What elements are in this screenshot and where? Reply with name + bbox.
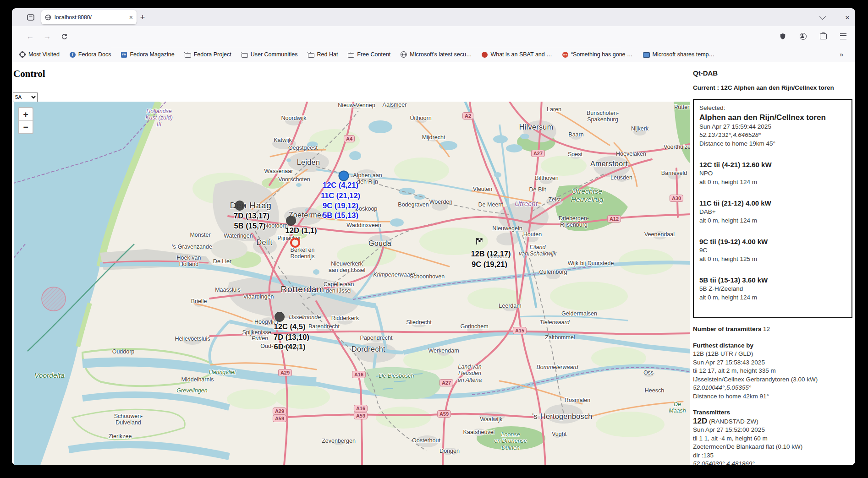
map-place-label: Ridderkerk bbox=[331, 315, 359, 321]
map-place-label: Putten bbox=[674, 104, 690, 110]
map-place-label: Krimpenerwaard bbox=[373, 272, 415, 278]
bookmark-item[interactable]: Microsoft's latest secu… bbox=[401, 51, 472, 58]
forward-button[interactable]: → bbox=[41, 31, 53, 43]
window-close-icon[interactable]: × bbox=[845, 14, 850, 22]
map-place-label: Voordelta bbox=[34, 371, 65, 380]
map-place-label: Mijdrecht bbox=[422, 134, 445, 141]
firefox-view-icon[interactable] bbox=[26, 12, 36, 22]
menu-icon[interactable] bbox=[838, 31, 849, 42]
map-place-label: Driebergen- Rijsenburg bbox=[559, 215, 589, 228]
transmitter-marker[interactable] bbox=[286, 216, 296, 226]
bookmark-item[interactable]: Fedora Docs bbox=[70, 51, 111, 58]
map-place-label: Zaltbommel bbox=[545, 334, 575, 341]
road-shield: A59 bbox=[273, 415, 286, 422]
map-place-label: De Lier bbox=[213, 258, 231, 265]
info-line: 12B (12B UTR / GLD) bbox=[693, 350, 853, 358]
map-place-label: Rotterdam bbox=[280, 284, 324, 294]
map-place-label: Nijkerk bbox=[631, 125, 648, 132]
road-shield: A15 bbox=[513, 327, 527, 334]
tab-title: localhost:8080/ bbox=[55, 14, 126, 21]
map-place-label: Uithoorn bbox=[410, 115, 431, 121]
map[interactable]: + − Hollandse Kust (zuid) IIINoordwijkNi… bbox=[14, 102, 690, 465]
new-tab-button[interactable]: + bbox=[137, 11, 148, 23]
service-title: 11C tii (21-12) 4.00 kW bbox=[699, 199, 846, 208]
furthest-distance-section: Furthest distance by 12B (12B UTR / GLD)… bbox=[693, 342, 853, 401]
list-tabs-chevron-icon[interactable] bbox=[819, 13, 826, 20]
zoom-in-button[interactable]: + bbox=[19, 108, 33, 121]
browser-window: localhost:8080/ × + × ← → localhost:8080 bbox=[12, 8, 855, 465]
map-place-label: Utrecht bbox=[515, 200, 538, 208]
tab-close-icon[interactable]: × bbox=[129, 14, 133, 21]
map-place-label: Wassenaar bbox=[264, 168, 293, 174]
map-place-label: Haringvliet bbox=[209, 369, 236, 375]
transmitter-marker[interactable] bbox=[235, 201, 245, 211]
map-place-label: Baarn bbox=[568, 131, 583, 138]
map-place-label: Nieuw-Vennep bbox=[338, 102, 375, 109]
toolbar-shield-icon[interactable] bbox=[777, 31, 788, 42]
reload-button[interactable] bbox=[58, 31, 70, 43]
bookmark-item[interactable]: Most Visited bbox=[19, 51, 60, 58]
transmitter-coordinates: 52.054039°,4.481869° bbox=[693, 460, 853, 465]
tab-strip: localhost:8080/ × + × bbox=[12, 8, 855, 26]
browser-tab[interactable]: localhost:8080/ × bbox=[41, 10, 137, 24]
map-place-label: Voorschoten bbox=[278, 176, 310, 183]
bookmark-item[interactable]: User Communities bbox=[242, 51, 298, 58]
map-place-label: Bommelerwaard bbox=[536, 364, 578, 370]
transmitter-id-line: 12D (RANDSTAD-ZW) bbox=[693, 417, 853, 426]
bookmark-icon bbox=[185, 53, 191, 58]
transmitters-heading: Transmitters bbox=[693, 408, 853, 417]
map-place-label: Culemborg bbox=[539, 269, 567, 275]
map-place-label: Nootdorp bbox=[264, 223, 287, 229]
bookmark-item[interactable]: Fedora Project bbox=[185, 51, 231, 58]
map-place-label: Kaatsheuvel bbox=[463, 429, 495, 435]
map-place-label: De Meern bbox=[478, 201, 504, 208]
road-shield: A2 bbox=[462, 112, 473, 120]
furthest-coordinates: 52.010044°,5.05355° bbox=[693, 384, 853, 392]
map-place-label: Loonse en Drunense Duinen bbox=[494, 431, 527, 451]
bookmark-icon bbox=[482, 52, 488, 58]
map-place-label: Zevenbergen bbox=[322, 438, 356, 444]
service-title: 12C tii (4-21) 12.60 kW bbox=[699, 160, 846, 169]
tii-label: 9C (19,12) bbox=[323, 201, 358, 210]
road-shield: A30 bbox=[670, 195, 683, 202]
service-entry: 5B tii (15-13) 3.60 kW 5B Z-H/Zeeland al… bbox=[699, 276, 846, 302]
zoom-out-button[interactable]: − bbox=[19, 121, 33, 133]
service-entry: 11C tii (21-12) 4.00 kW DAB+ alt 0 m, he… bbox=[699, 199, 846, 225]
transmitter-marker[interactable] bbox=[339, 171, 349, 181]
tii-label: 12C (4,21) bbox=[323, 181, 358, 190]
extensions-icon[interactable] bbox=[818, 31, 829, 42]
road-shield: A29 bbox=[273, 407, 286, 415]
service-entry: 12C tii (4-21) 12.60 kW NPO alt 0 m, hei… bbox=[699, 160, 846, 186]
bookmark-item[interactable]: What is an SBAT and … bbox=[482, 51, 552, 58]
bookmark-item[interactable]: “Something has gone … bbox=[562, 51, 633, 58]
bookmark-icon bbox=[19, 51, 26, 58]
road-shield: A27 bbox=[439, 379, 453, 386]
bookmark-item[interactable]: Free Content bbox=[348, 51, 390, 58]
transmitter-marker[interactable] bbox=[275, 312, 285, 322]
bookmark-item[interactable]: Red Hat bbox=[308, 51, 338, 58]
map-place-label: Vught bbox=[552, 431, 566, 437]
map-place-label: Hellevoetsluis bbox=[175, 336, 210, 342]
account-icon[interactable] bbox=[797, 31, 808, 42]
road-shield: A12 bbox=[607, 215, 621, 223]
channel-select[interactable]: 5A bbox=[13, 92, 38, 102]
back-button[interactable]: ← bbox=[24, 31, 36, 43]
bookmarks-overflow-chevron[interactable]: » bbox=[840, 50, 843, 58]
map-place-label: Rosmalen bbox=[565, 397, 590, 403]
info-line: Zoetermeer/De Blankaard flat (0.10 kW) bbox=[693, 443, 853, 451]
tii-label: 9C (19,21) bbox=[472, 260, 507, 269]
map-place-label: Veenendaal bbox=[644, 231, 675, 238]
map-place-label: Gorinchem bbox=[460, 323, 488, 330]
service-altitude: alt 0 m, height 124 m bbox=[699, 293, 846, 302]
bookmark-item[interactable]: Fedora Magazine bbox=[121, 51, 174, 58]
map-place-label: Bunschoten- Spakenburg bbox=[587, 110, 619, 123]
transmitter-marker[interactable] bbox=[290, 238, 300, 248]
map-place-label: Barendrecht bbox=[308, 323, 340, 330]
bookmark-item[interactable]: Microsoft shares temp… bbox=[643, 51, 714, 58]
map-place-label: Delft bbox=[257, 239, 273, 247]
map-place-label: 's-Hertogenbosch bbox=[532, 413, 592, 421]
map-place-label: Grevelingen bbox=[176, 387, 207, 394]
tii-label: 7D (13,17) bbox=[234, 212, 269, 220]
map-place-label: Brielle bbox=[191, 298, 207, 304]
tii-label: 12C (4,5) bbox=[274, 322, 306, 331]
